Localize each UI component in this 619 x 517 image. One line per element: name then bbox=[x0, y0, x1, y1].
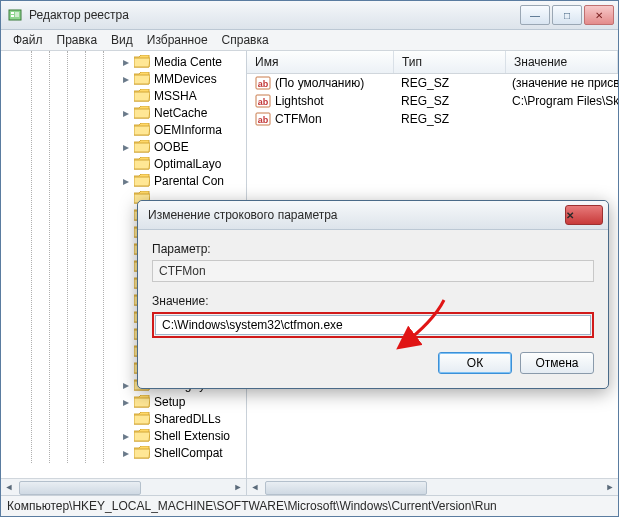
tree-item[interactable]: ▸NetCache bbox=[1, 104, 246, 121]
expander-icon[interactable] bbox=[121, 295, 130, 304]
tree-item[interactable]: SharedDLLs bbox=[1, 410, 246, 427]
folder-icon bbox=[134, 72, 150, 85]
tree-item[interactable]: ▸Parental Con bbox=[1, 172, 246, 189]
expander-icon[interactable] bbox=[121, 414, 130, 423]
dialog-titlebar[interactable]: Изменение строкового параметра ✕ bbox=[138, 201, 608, 230]
cancel-button[interactable]: Отмена bbox=[520, 352, 594, 374]
cell-type: REG_SZ bbox=[393, 75, 504, 91]
expander-icon[interactable]: ▸ bbox=[121, 108, 130, 117]
tree-item[interactable]: ▸Setup bbox=[1, 393, 246, 410]
list-row[interactable]: abCTFMonREG_SZ bbox=[247, 110, 618, 128]
dialog-title: Изменение строкового параметра bbox=[148, 208, 565, 222]
svg-text:ab: ab bbox=[258, 79, 269, 89]
close-button[interactable]: ✕ bbox=[584, 5, 614, 25]
svg-text:ab: ab bbox=[258, 97, 269, 107]
expander-icon[interactable]: ▸ bbox=[121, 431, 130, 440]
menu-file[interactable]: Файл bbox=[7, 31, 49, 49]
expander-icon[interactable] bbox=[121, 312, 130, 321]
menu-help[interactable]: Справка bbox=[216, 31, 275, 49]
param-readonly: CTFMon bbox=[152, 260, 594, 282]
scroll-thumb[interactable] bbox=[265, 481, 427, 495]
expander-icon[interactable]: ▸ bbox=[121, 397, 130, 406]
tree-item[interactable]: ▸OOBE bbox=[1, 138, 246, 155]
tree-item[interactable]: ▸Media Cente bbox=[1, 53, 246, 70]
cell-value bbox=[504, 118, 618, 120]
scroll-left-icon[interactable]: ◄ bbox=[1, 479, 17, 495]
expander-icon[interactable] bbox=[121, 329, 130, 338]
expander-icon[interactable] bbox=[121, 278, 130, 287]
titlebar[interactable]: Редактор реестра — □ ✕ bbox=[1, 1, 618, 30]
window-title: Редактор реестра bbox=[29, 8, 520, 22]
list-row[interactable]: abLightshotREG_SZC:\Program Files\Sk bbox=[247, 92, 618, 110]
dialog-close-button[interactable]: ✕ bbox=[565, 205, 603, 225]
tree-item-label: MSSHA bbox=[154, 89, 197, 103]
tree-item-label: NetCache bbox=[154, 106, 207, 120]
scroll-right-icon[interactable]: ► bbox=[230, 479, 246, 495]
cell-name: abLightshot bbox=[247, 92, 393, 110]
tree-item-label: SharedDLLs bbox=[154, 412, 221, 426]
scroll-thumb[interactable] bbox=[19, 481, 141, 495]
menu-edit[interactable]: Правка bbox=[51, 31, 104, 49]
cell-value: (значение не присв bbox=[504, 75, 618, 91]
svg-rect-1 bbox=[11, 12, 14, 14]
expander-icon[interactable] bbox=[121, 363, 130, 372]
expander-icon[interactable] bbox=[121, 193, 130, 202]
ok-button[interactable]: ОК bbox=[438, 352, 512, 374]
scroll-left-icon[interactable]: ◄ bbox=[247, 479, 263, 495]
cell-name: ab(По умолчанию) bbox=[247, 74, 393, 92]
tree-item[interactable]: MSSHA bbox=[1, 87, 246, 104]
scroll-right-icon[interactable]: ► bbox=[602, 479, 618, 495]
tree-item-label: Setup bbox=[154, 395, 185, 409]
maximize-button[interactable]: □ bbox=[552, 5, 582, 25]
expander-icon[interactable] bbox=[121, 159, 130, 168]
expander-icon[interactable]: ▸ bbox=[121, 142, 130, 151]
minimize-button[interactable]: — bbox=[520, 5, 550, 25]
status-path: Компьютер\HKEY_LOCAL_MACHINE\SOFTWARE\Mi… bbox=[7, 499, 497, 513]
tree-hscroll[interactable]: ◄ ► bbox=[1, 478, 246, 495]
tree-item-label: OptimalLayo bbox=[154, 157, 221, 171]
edit-string-dialog: Изменение строкового параметра ✕ Парамет… bbox=[137, 200, 609, 389]
tree-item[interactable]: OEMInforma bbox=[1, 121, 246, 138]
folder-icon bbox=[134, 106, 150, 119]
list-hscroll[interactable]: ◄ ► bbox=[247, 478, 618, 495]
folder-icon bbox=[134, 140, 150, 153]
main-window: Редактор реестра — □ ✕ Файл Правка Вид И… bbox=[0, 0, 619, 517]
expander-icon[interactable]: ▸ bbox=[121, 448, 130, 457]
value-input[interactable] bbox=[155, 315, 591, 335]
tree-item-label: Parental Con bbox=[154, 174, 224, 188]
tree-item[interactable]: ▸MMDevices bbox=[1, 70, 246, 87]
expander-icon[interactable] bbox=[121, 91, 130, 100]
col-value[interactable]: Значение bbox=[506, 51, 618, 73]
list-header[interactable]: Имя Тип Значение bbox=[247, 51, 618, 74]
svg-text:ab: ab bbox=[258, 115, 269, 125]
tree-item[interactable]: ▸ShellCompat bbox=[1, 444, 246, 461]
cell-name: abCTFMon bbox=[247, 110, 393, 128]
tree-item[interactable]: ▸Shell Extensio bbox=[1, 427, 246, 444]
folder-icon bbox=[134, 55, 150, 68]
tree-item[interactable]: OptimalLayo bbox=[1, 155, 246, 172]
menu-favorites[interactable]: Избранное bbox=[141, 31, 214, 49]
list-row[interactable]: ab(По умолчанию)REG_SZ(значение не присв bbox=[247, 74, 618, 92]
string-value-icon: ab bbox=[255, 111, 271, 127]
expander-icon[interactable]: ▸ bbox=[121, 380, 130, 389]
col-type[interactable]: Тип bbox=[394, 51, 506, 73]
expander-icon[interactable]: ▸ bbox=[121, 74, 130, 83]
folder-icon bbox=[134, 174, 150, 187]
menu-view[interactable]: Вид bbox=[105, 31, 139, 49]
col-name[interactable]: Имя bbox=[247, 51, 394, 73]
param-label: Параметр: bbox=[152, 242, 594, 256]
expander-icon[interactable]: ▸ bbox=[121, 176, 130, 185]
expander-icon[interactable] bbox=[121, 244, 130, 253]
string-value-icon: ab bbox=[255, 93, 271, 109]
expander-icon[interactable] bbox=[121, 227, 130, 236]
expander-icon[interactable] bbox=[121, 261, 130, 270]
cell-type: REG_SZ bbox=[393, 111, 504, 127]
folder-icon bbox=[134, 429, 150, 442]
expander-icon[interactable] bbox=[121, 125, 130, 134]
expander-icon[interactable] bbox=[121, 346, 130, 355]
expander-icon[interactable] bbox=[121, 210, 130, 219]
svg-rect-3 bbox=[15, 12, 19, 17]
expander-icon[interactable]: ▸ bbox=[121, 57, 130, 66]
tree-item-label: Media Cente bbox=[154, 55, 222, 69]
value-label: Значение: bbox=[152, 294, 594, 308]
